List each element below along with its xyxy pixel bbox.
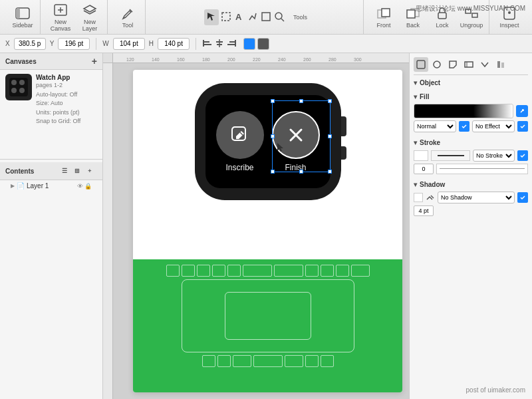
lock-label: Lock [436,22,448,29]
band-seg-bot-wide2 [285,355,303,367]
device-body [182,279,354,352]
color-gray-swatch[interactable] [257,38,269,50]
band-seg-bot [321,355,334,367]
device-trackpad[interactable] [225,292,311,340]
layer-icon: 📄 [17,182,25,190]
main-canvas-area[interactable]: 120 140 160 180 200 220 240 260 280 300 [103,53,409,399]
shadow-section: Shadow No Shadow [414,181,528,216]
svg-rect-27 [227,44,235,45]
sidebar-button[interactable]: Sidebar [9,3,36,32]
inscribe-container: Inscribe [216,111,264,172]
bottom-band-segments [133,352,402,370]
contents-title: Contents [5,168,34,175]
canvases-add-button[interactable]: + [92,56,97,66]
shadow-edit-icon[interactable] [426,193,435,202]
layer-item[interactable]: ▶ 📄 Layer 1 👁 🔒 [0,180,102,192]
svg-rect-7 [262,13,270,21]
svg-rect-11 [382,9,390,17]
add-layer-button[interactable]: + [84,165,96,177]
w-input[interactable] [113,38,145,50]
shadow-toggle[interactable] [517,192,528,203]
stroke-color-swatch[interactable] [414,150,428,161]
front-button[interactable]: Front [370,3,397,32]
ruler-tick: 180 [202,57,210,62]
band-seg [166,265,180,277]
tool-button[interactable]: Tool [114,3,141,32]
watch-dot-4 [19,88,25,93]
panel-tab-5[interactable] [477,57,492,72]
shadow-size-row [414,205,528,216]
layer-lock-icon[interactable]: 🔒 [84,183,92,190]
x-input[interactable] [14,38,46,50]
panel-tab-4[interactable] [462,57,476,72]
stroke-width-input[interactable] [414,164,434,174]
fill-normal-toggle[interactable] [459,121,469,132]
y-input[interactable] [58,38,90,50]
right-panel: Object Fill Normal No Effect Str [409,53,532,399]
watch-button [341,146,346,160]
panel-tab-6[interactable] [493,57,508,72]
layer-eye-icon[interactable]: 👁 [77,183,83,190]
grid-view-button[interactable]: ⊞ [71,165,83,177]
back-label: Back [406,22,420,29]
toolbar-group-sidebar: Sidebar [5,0,41,34]
align-left-button[interactable] [202,38,213,50]
canvases-header: Canvases + [0,53,102,70]
fill-effect-toggle[interactable] [517,121,528,132]
panel-tab-3[interactable] [446,57,460,72]
zoom-tool-button[interactable] [273,11,285,24]
new-layer-button[interactable]: New Layer [76,3,103,32]
svg-rect-20 [204,41,209,43]
shadow-section-title: Shadow [414,181,528,188]
select-tool-button[interactable] [220,11,232,24]
fill-normal-select[interactable]: Normal [414,120,456,132]
text-tool-button[interactable]: A [233,11,245,24]
fill-color-button[interactable] [516,105,528,117]
ruler-corner [103,53,113,63]
fill-color-row [414,104,528,118]
arrow-tool-button[interactable] [204,9,219,25]
color-blue-swatch[interactable] [243,38,255,50]
sidebar-icon [15,6,30,21]
finish-label: Finish [285,163,306,172]
stroke-toggle[interactable] [517,150,528,161]
stroke-type-select[interactable]: No Stroke [473,150,515,162]
shadow-color-swatch[interactable] [414,193,423,202]
watermark-bottom: post of uimaker.com [466,386,525,394]
panel-tab-2[interactable] [430,57,444,72]
align-center-h-button[interactable] [214,38,225,50]
layer-controls: 👁 🔒 [77,183,92,190]
inscribe-button[interactable] [216,111,264,159]
shadow-row: No Shadow [414,192,528,203]
sidebar-label: Sidebar [12,22,33,29]
watch-screen: Inscribe [205,95,331,188]
stroke-preview[interactable] [431,150,470,161]
shadow-size-input[interactable] [414,205,434,216]
ruler-tick: 120 [126,57,134,62]
fill-color-swatch[interactable] [414,104,513,118]
align-right-button[interactable] [226,38,237,50]
layer-expand-icon[interactable]: ▶ [11,183,15,189]
shape-tool-button[interactable] [260,11,272,24]
pen-tool-button[interactable] [247,11,259,24]
svg-rect-1 [16,8,20,19]
panel-tab-1[interactable] [414,57,428,72]
band-seg-bot-wider [253,355,283,367]
canvas-pages: pages 1-2 [36,81,97,90]
layer-name: Layer 1 [27,182,49,190]
fill-effect-select[interactable]: No Effect [472,120,515,132]
new-canvas-button[interactable]: New Canvas [47,3,74,32]
shadow-type-select[interactable]: No Shadow [438,192,515,203]
watch-body: Inscribe [195,83,341,200]
svg-rect-28 [417,61,425,68]
front-label: Front [376,22,390,29]
watch-action-buttons: Inscribe [216,111,320,172]
stroke-line [438,155,464,156]
stroke-dash-preview[interactable] [436,164,528,174]
svg-rect-16 [472,13,477,17]
list-view-button[interactable]: ☰ [59,165,70,177]
h-input[interactable] [158,38,190,50]
canvas-item-watch[interactable]: Watch App pages 1-2 Auto-layout: Off Siz… [0,70,102,130]
canvases-section: Canvases + Watch App pages 1-2 Auto-layo… [0,53,102,160]
separator-1 [96,38,96,50]
